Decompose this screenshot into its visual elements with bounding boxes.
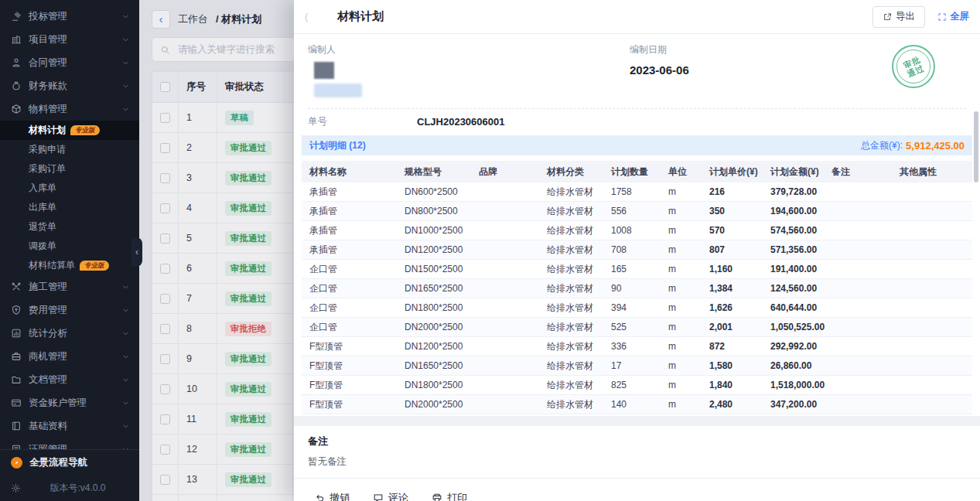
sidebar-item-base[interactable]: 基础资料 [0,414,139,438]
order-label: 单号 [308,115,417,128]
revoke-button[interactable]: 撤销 [314,491,350,501]
detail-cell: 807 [709,244,770,255]
sidebar-pinned-footer: 全景流程导航 版本号:v4.0.0 [0,449,139,501]
detail-table-row[interactable]: F型顶管DN2000*2500给排水管材140m2,480347,200.00 [302,395,972,414]
sidebar-item-license[interactable]: 证照管理 [0,438,139,450]
detail-cell: DN2000*2500 [405,322,479,332]
construction-icon [11,281,22,292]
drawer-scrollbar[interactable] [974,111,978,182]
export-button[interactable]: 导出 [872,6,925,28]
detail-col-header: 计划数量 [611,165,668,179]
detail-cell: DN1800*2500 [405,302,479,313]
detail-table-row[interactable]: 企口管DN1650*2500给排水管材90m1,384124,560.00 [302,279,972,298]
detail-col-header: 其他属性 [900,165,965,179]
sidebar-item-expense[interactable]: 费用管理 [0,298,139,322]
sidebar-item-label: 施工管理 [29,281,114,294]
detail-col-header: 备注 [831,165,900,179]
sidebar-item-label: 财务账款 [29,80,114,93]
detail-table-row[interactable]: 承插管DN1000*2500给排水管材1008m570574,560.00 [302,221,972,240]
detail-table-row[interactable]: 承插管DN800*2500给排水管材556m350194,600.00 [302,202,972,221]
detail-table-row[interactable]: 企口管DN1800*2500给排水管材394m1,626640,644.00 [302,298,972,318]
detail-cell: 640,644.00 [770,302,831,313]
detail-cell: 1,626 [709,302,770,313]
sidebar-subitem[interactable]: 出库单 [0,198,139,217]
detail-cell: 1,050,525.00 [770,322,831,332]
detail-cell: 给排水管材 [547,244,611,257]
action-label: 撤销 [330,491,350,501]
chevron-down-icon [121,422,130,431]
sidebar-subitem[interactable]: 材料结算单专业版 [0,256,139,275]
sidebar-subitem[interactable]: 材料计划专业版 [0,121,139,140]
sidebar-subitem-label: 出库单 [29,201,56,214]
docs-icon [11,374,22,385]
comment-button[interactable]: 评论 [373,491,408,501]
detail-cell: 给排水管材 [547,186,611,199]
detail-table-row[interactable]: F型顶管DN1200*2500给排水管材336m872292,992.00 [302,337,972,356]
detail-cell: 292,992.00 [770,341,831,352]
detail-cell: 1,840 [709,380,770,390]
sidebar-item-material[interactable]: 物料管理 [0,97,139,121]
app-root: 投标管理项目管理合同管理财务账款物料管理材料计划专业版采购申请采购订单入库单出库… [0,0,980,501]
detail-col-header: 材料名称 [309,165,405,179]
approval-stamp: 审批通过 [892,45,935,88]
sidebar-item-docs[interactable]: 文档管理 [0,368,139,391]
sidebar-item-finance[interactable]: 财务账款 [0,74,139,97]
detail-table-row[interactable]: 承插管DN600*2500给排水管材1758m216379,728.00 [302,182,972,202]
detail-cell: m [668,380,709,390]
detail-table-row[interactable]: 承插管DN1200*2500给排水管材708m807571,356.00 [302,240,972,260]
detail-cell: 给排水管材 [547,282,611,295]
pro-badge: 专业版 [70,125,100,135]
detail-cell: F型顶管 [309,379,405,392]
sidebar-subitem-label: 材料计划 [29,124,66,137]
sidebar-item-panorama-nav[interactable]: 全景流程导航 [0,450,139,475]
approval-stamp-text: 审批通过 [902,54,926,78]
detail-cell: 825 [611,380,668,390]
contract-icon [11,57,22,68]
fullscreen-button[interactable]: 全屏 [937,10,969,23]
sidebar-item-label: 投标管理 [29,10,114,23]
sidebar-item-contract[interactable]: 合同管理 [0,51,139,74]
detail-cell: 350 [709,206,770,216]
remark-card: 备注 暂无备注 [294,426,980,478]
sidebar-item-gavel[interactable]: 投标管理 [0,5,139,28]
drawer-header: ( 材料计划 导出 全屏 [294,0,980,34]
detail-table-row[interactable]: 企口管DN1500*2500给排水管材165m1,160191,400.00 [302,260,972,279]
drawer-body: 编制人 编制日期 2023-06-06 审批通过 [294,34,980,501]
chevron-down-icon [121,59,130,67]
detail-table-row[interactable]: F型顶管DN1800*2500给排水管材825m1,8401,518,000.0… [302,376,972,395]
sidebar-subitem[interactable]: 采购订单 [0,159,139,179]
sidebar-item-stats[interactable]: 统计分析 [0,322,139,345]
sidebar-subitem[interactable]: 采购申请 [0,140,139,159]
expense-icon [11,305,22,315]
detail-cell: 企口管 [309,321,405,334]
sidebar-subitem[interactable]: 退货单 [0,217,139,237]
sidebar-item-building[interactable]: 项目管理 [0,28,139,51]
detail-cell: 394 [611,302,668,313]
sidebar-item-business[interactable]: 商机管理 [0,345,139,368]
drawer-title: 材料计划 [337,9,384,24]
sidebar-item-funds[interactable]: 资金账户管理 [0,391,139,414]
chevron-down-icon [121,283,130,291]
sidebar-subitem[interactable]: 调拨单 [0,237,139,256]
chevron-down-icon [121,82,130,90]
sidebar-subitem[interactable]: 入库单 [0,179,139,198]
detail-cell: 140 [611,399,668,410]
detail-cell: m [668,283,709,294]
creator-tag-redacted [314,84,362,97]
chevron-down-icon [121,306,130,315]
sidebar-item-construction[interactable]: 施工管理 [0,275,139,298]
detail-table-row[interactable]: 企口管DN2000*2500给排水管材525m2,0011,050,525.00 [302,318,972,337]
detail-cell: 124,560.00 [770,283,831,294]
detail-cell: 26,860.00 [770,360,831,371]
detail-cell: 216 [709,186,770,197]
detail-cell: 570 [709,225,770,236]
detail-cell: 708 [611,244,668,255]
print-button[interactable]: 打印 [432,491,467,501]
sidebar-subitem-label: 退货单 [29,220,56,233]
compass-icon [11,457,22,469]
gear-icon[interactable] [11,483,21,493]
sidebar-collapse-handle[interactable]: ‹ [131,237,142,267]
funds-icon [11,397,22,408]
detail-table-row[interactable]: F型顶管DN1650*2500给排水管材17m1,58026,860.00 [302,356,972,376]
detail-cell: 574,560.00 [770,225,831,236]
